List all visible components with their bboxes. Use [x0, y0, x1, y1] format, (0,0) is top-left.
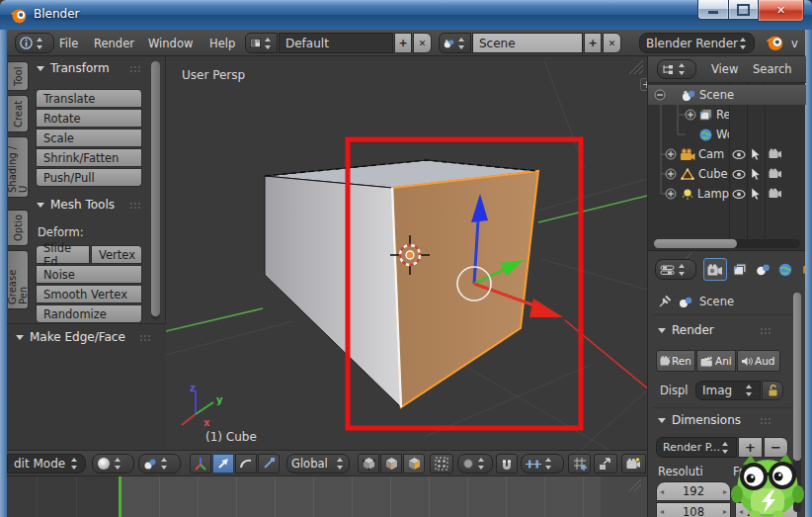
renderability-camera-icon[interactable]	[769, 148, 782, 159]
collapse-minus-icon[interactable]	[654, 89, 666, 101]
transform-panel-header[interactable]: Transform	[37, 61, 110, 75]
viewport-3d[interactable]: z y x User Persp (1) Cube	[166, 56, 647, 450]
outliner-hscrollbar-thumb[interactable]	[654, 239, 737, 248]
add-scene-button[interactable]: +	[584, 33, 602, 53]
close-button[interactable]: ✕	[758, 0, 804, 22]
orientation-selector[interactable]: Global	[286, 454, 350, 474]
resolution-x-field[interactable]: ◂ 192 ▸	[656, 481, 731, 501]
render-engine-selector[interactable]: Blender Render	[639, 33, 755, 53]
tab-render-layers[interactable]	[729, 258, 751, 281]
visibility-eye-icon[interactable]	[732, 150, 746, 159]
slide-edge-button[interactable]: Slide Ed	[36, 245, 90, 264]
make-edge-face-panel-header[interactable]: Make Edge/Face	[16, 330, 125, 344]
screen-layout-selector[interactable]	[245, 33, 278, 53]
editor-corner-grip[interactable]	[627, 479, 645, 493]
panel-drag-dots-icon[interactable]	[760, 327, 773, 335]
expand-plus-icon[interactable]	[685, 109, 696, 121]
visibility-eye-icon[interactable]	[732, 190, 746, 199]
outliner-menu-view[interactable]: View	[711, 62, 738, 76]
outliner-menu-search[interactable]: Search	[753, 62, 792, 76]
randomize-button[interactable]: Randomize	[36, 304, 142, 323]
vertex-select-button[interactable]	[358, 454, 379, 474]
add-layout-button[interactable]: +	[394, 33, 412, 53]
smooth-vertex-button[interactable]: Smooth Vertex	[36, 285, 142, 303]
tab-grease-pencil[interactable]: Grease Pen	[8, 250, 29, 309]
outliner-editor-selector[interactable]	[657, 59, 696, 79]
current-frame-marker[interactable]	[119, 476, 122, 517]
render-still-button[interactable]: Ren	[656, 350, 695, 372]
snap-toggle-button[interactable]	[496, 454, 518, 474]
resolution-y-field[interactable]: ◂ 108 ▸	[656, 502, 731, 517]
push-pull-button[interactable]: Push/Pull	[36, 168, 142, 187]
tab-object[interactable]	[797, 258, 805, 281]
properties-vscrollbar-thumb[interactable]	[793, 293, 801, 461]
manipulator-axis-button[interactable]	[190, 454, 211, 474]
tab-shading-uv[interactable]: Shading / U	[8, 136, 29, 198]
cube-left-face[interactable]	[265, 176, 401, 407]
render-preset-selector[interactable]: Render P...	[656, 437, 737, 458]
delete-scene-button[interactable]: ✕	[603, 33, 621, 53]
translate-button[interactable]: Translate	[36, 89, 142, 108]
minimize-button[interactable]	[697, 0, 729, 20]
mode-selector[interactable]: dit Mode	[7, 454, 86, 474]
menu-file[interactable]: File	[59, 37, 78, 50]
scene-selector[interactable]	[439, 33, 471, 53]
snap-element-selector[interactable]	[457, 454, 493, 474]
panel-drag-dots-icon[interactable]	[129, 65, 143, 73]
outliner-hscrollbar[interactable]	[654, 239, 800, 248]
toolshelf-scrollbar-thumb[interactable]	[151, 61, 160, 316]
selectability-cursor-icon[interactable]	[751, 187, 761, 201]
maximize-button[interactable]	[729, 0, 758, 20]
pin-icon[interactable]	[658, 295, 672, 308]
dimensions-panel-header[interactable]: Dimensions	[658, 413, 741, 427]
delete-layout-button[interactable]: ✕	[413, 33, 432, 53]
renderability-camera-icon[interactable]	[769, 168, 782, 179]
layout-name-field[interactable]: Default	[279, 33, 393, 53]
viewport-shading-selector[interactable]	[92, 454, 134, 474]
manipulator-translate-button[interactable]	[212, 454, 234, 474]
expand-plus-icon[interactable]	[665, 148, 677, 160]
proportional-edit-selector[interactable]	[521, 454, 564, 474]
tab-world[interactable]	[774, 258, 796, 281]
outliner-row-world[interactable]: Worl	[648, 125, 729, 144]
menu-window[interactable]: Window	[148, 37, 193, 50]
selectability-cursor-icon[interactable]	[751, 147, 761, 161]
edge-select-button[interactable]	[380, 454, 402, 474]
retopology-snap-button[interactable]	[568, 454, 591, 474]
scale-button[interactable]: Scale	[36, 129, 142, 147]
tab-options[interactable]: Optio	[8, 210, 29, 246]
renderability-camera-icon[interactable]	[769, 188, 782, 199]
display-mode-selector[interactable]: Imag	[695, 381, 761, 400]
shrink-fatten-button[interactable]: Shrink/Fatten	[36, 148, 142, 167]
outliner-row-cube[interactable]: Cube	[648, 164, 729, 184]
spin-left-icon[interactable]: ◂	[660, 487, 664, 496]
menu-render[interactable]: Render	[94, 37, 134, 50]
visibility-eye-icon[interactable]	[732, 170, 746, 179]
selectability-cursor-icon[interactable]	[751, 167, 761, 181]
pivot-point-selector[interactable]	[138, 454, 181, 474]
face-select-button[interactable]	[403, 454, 425, 474]
toolshelf-scrollbar[interactable]	[151, 61, 160, 320]
spin-left-icon[interactable]: ◂	[660, 507, 664, 516]
outliner-row-scene[interactable]: Scene	[648, 85, 806, 105]
gizmo-x-arrow-icon[interactable]	[529, 299, 563, 317]
slide-vertex-button[interactable]: Vertex	[91, 245, 142, 264]
render-panel-header[interactable]: Render	[658, 323, 714, 337]
limit-selection-visible-button[interactable]	[430, 454, 453, 474]
properties-editor-selector[interactable]	[655, 259, 696, 280]
editor-type-selector[interactable]	[15, 33, 54, 53]
outliner-row-renderlayers[interactable]: Rend	[648, 105, 729, 125]
tab-tool[interactable]: Tool	[8, 61, 29, 91]
lock-interface-button[interactable]	[762, 381, 783, 400]
outliner-row-camera[interactable]: Cam	[648, 144, 729, 164]
expand-plus-icon[interactable]	[665, 188, 677, 200]
window-titlebar[interactable]: Blender ✕	[0, 0, 812, 30]
rotate-button[interactable]: Rotate	[36, 109, 142, 128]
timeline[interactable]	[7, 476, 647, 517]
outliner-row-lamp[interactable]: Lamp	[648, 184, 729, 204]
menu-help[interactable]: Help	[209, 37, 235, 50]
panel-drag-dots-icon[interactable]	[139, 334, 153, 342]
render-animation-button[interactable]: Ani	[696, 350, 736, 372]
render-audio-button[interactable]: Aud	[737, 350, 780, 372]
tab-render[interactable]	[703, 258, 727, 281]
